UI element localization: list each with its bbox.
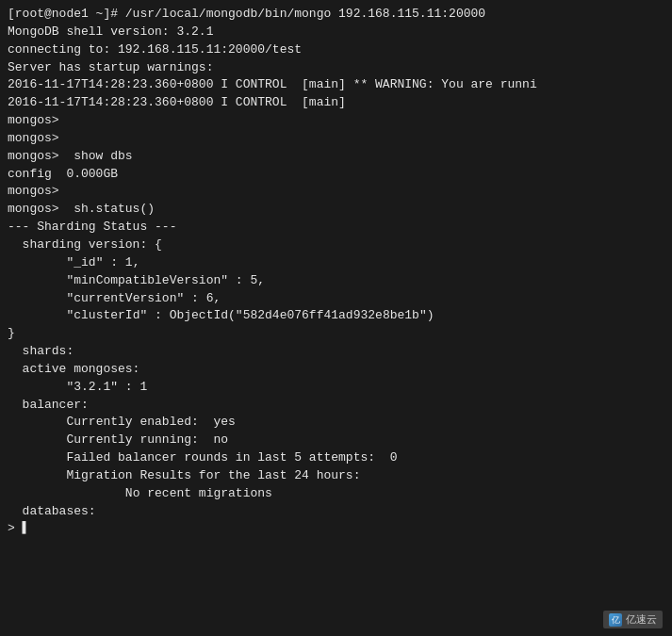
watermark-badge: 亿 亿速云 bbox=[603, 611, 663, 628]
terminal-line: "minCompatibleVersion" : 5, bbox=[8, 272, 664, 290]
terminal-line: mongos> sh.status() bbox=[8, 201, 664, 219]
terminal-line: databases: bbox=[8, 503, 664, 521]
terminal-line: [root@node1 ~]# /usr/local/mongodb/bin/m… bbox=[8, 6, 664, 24]
terminal-line: mongos> bbox=[8, 183, 664, 201]
terminal-line: mongos> bbox=[8, 112, 664, 130]
terminal-line: Currently running: no bbox=[8, 432, 664, 449]
terminal-line: connecting to: 192.168.115.11:20000/test bbox=[8, 41, 664, 59]
terminal-line: active mongoses: bbox=[8, 361, 664, 379]
terminal-line: "_id" : 1, bbox=[8, 254, 664, 272]
terminal-line: mongos> show dbs bbox=[8, 148, 664, 166]
terminal-line: shards: bbox=[8, 343, 664, 361]
watermark-logo-icon: 亿 bbox=[609, 613, 622, 627]
terminal-line: "currentVersion" : 6, bbox=[8, 290, 664, 308]
terminal-output: [root@node1 ~]# /usr/local/mongodb/bin/m… bbox=[8, 6, 664, 538]
terminal-line: sharding version: { bbox=[8, 236, 664, 254]
terminal-line: config 0.000GB bbox=[8, 166, 664, 184]
terminal-line: } bbox=[8, 325, 664, 343]
terminal-line: mongos> bbox=[8, 130, 664, 148]
terminal-line: "clusterId" : ObjectId("582d4e076ff41ad9… bbox=[8, 307, 664, 325]
terminal-line: 2016-11-17T14:28:23.360+0800 I CONTROL [… bbox=[8, 76, 664, 94]
terminal-line: MongoDB shell version: 3.2.1 bbox=[8, 24, 664, 41]
watermark-text: 亿速云 bbox=[626, 612, 657, 627]
terminal-line: Server has startup warnings: bbox=[8, 59, 664, 77]
terminal-line: Failed balancer rounds in last 5 attempt… bbox=[8, 449, 664, 467]
terminal-line: balancer: bbox=[8, 397, 664, 415]
terminal-line: 2016-11-17T14:28:23.360+0800 I CONTROL [… bbox=[8, 94, 664, 112]
terminal-line: "3.2.1" : 1 bbox=[8, 379, 664, 397]
terminal-line: No recent migrations bbox=[8, 485, 664, 503]
terminal-line: > ▌ bbox=[8, 520, 664, 538]
terminal-line: Currently enabled: yes bbox=[8, 414, 664, 432]
terminal-line: Migration Results for the last 24 hours: bbox=[8, 467, 664, 485]
terminal-window[interactable]: [root@node1 ~]# /usr/local/mongodb/bin/m… bbox=[0, 0, 672, 636]
terminal-line: --- Sharding Status --- bbox=[8, 219, 664, 236]
